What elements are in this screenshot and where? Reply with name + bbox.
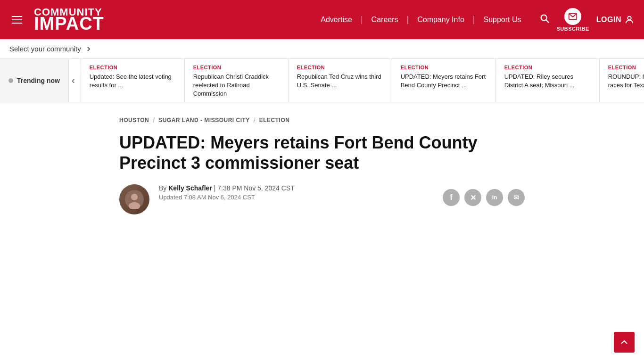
subscribe-icon [564,8,581,25]
trending-bar: Trending now ‹ ELECTION Updated: See the… [0,59,644,102]
login-button[interactable]: LOGIN [596,15,635,25]
author-name[interactable]: Kelly Schafler [168,184,212,192]
article-title: UPDATED: Meyers retains Fort Bend County… [119,132,496,173]
nav-support-us[interactable]: Support Us [475,16,529,24]
subscribe-button[interactable]: SUBSCRIBE [557,8,589,32]
trending-item[interactable]: ELECTION Republican Ted Cruz wins third … [289,59,392,102]
svg-point-5 [131,194,138,200]
trending-headline: Republican Ted Cruz wins third U.S. Sena… [297,73,383,90]
social-share-icons: f ✕ in ✉ [443,184,525,206]
breadcrumb-election: ELECTION [259,117,290,123]
hamburger-menu-button[interactable] [9,14,25,26]
nav-company-info[interactable]: Company Info [409,16,473,24]
trending-headline: ROUNDUP: Incumbents win in races for Tex… [608,73,644,90]
author-avatar [119,184,149,214]
email-icon: ✉ [513,194,519,201]
breadcrumb: HOUSTON / SUGAR LAND - MISSOURI CITY / E… [119,116,525,124]
breadcrumb-houston[interactable]: HOUSTON [119,117,149,123]
trending-tag: ELECTION [193,65,280,70]
svg-line-1 [546,20,549,23]
byline-prefix: By [159,184,166,192]
breadcrumb-sep-2: / [254,116,256,124]
trending-item[interactable]: ELECTION Republican Christi Craddick ree… [185,59,289,102]
trending-item[interactable]: ELECTION Updated: See the latest voting … [81,59,185,102]
trending-tag: ELECTION [297,65,383,70]
logo-impact-text: IMPACT [34,15,104,33]
byline: By Kelly Schafler | 7:38 PM Nov 5, 2024 … [159,184,433,192]
trending-tag: ELECTION [401,65,487,70]
trending-dot [8,78,13,83]
main-content: HOUSTON / SUGAR LAND - MISSOURI CITY / E… [110,102,534,247]
chevron-right-icon [85,45,92,53]
updated-timestamp: Updated 7:08 AM Nov 6, 2024 CST [159,194,433,201]
trending-items-list: ELECTION Updated: See the latest voting … [81,59,644,102]
trending-text: Trending now [17,77,60,84]
article-meta: By Kelly Schafler | 7:38 PM Nov 5, 2024 … [119,184,525,214]
facebook-share-button[interactable]: f [443,189,460,206]
breadcrumb-sugar-land[interactable]: SUGAR LAND - MISSOURI CITY [158,117,250,123]
login-label: LOGIN [596,16,621,24]
svg-point-3 [627,16,631,19]
trending-headline: Updated: See the latest voting results f… [90,73,176,90]
community-bar: Select your community [0,39,644,59]
select-community-label: Select your community [9,45,81,53]
trending-tag: ELECTION [504,65,591,70]
main-nav: Advertise | Careers | Company Info | Sup… [312,15,529,25]
trending-item[interactable]: ELECTION ROUNDUP: Incumbents win in race… [600,59,644,102]
linkedin-share-button[interactable]: in [486,189,503,206]
trending-item[interactable]: ELECTION UPDATED: Meyers retains Fort Be… [392,59,496,102]
select-community[interactable]: Select your community [9,45,92,53]
trending-tag: ELECTION [90,65,176,70]
twitter-share-button[interactable]: ✕ [464,189,481,206]
meta-text: By Kelly Schafler | 7:38 PM Nov 5, 2024 … [159,184,433,201]
trending-item[interactable]: ELECTION UPDATED: Riley secures District… [496,59,600,102]
facebook-icon: f [450,193,452,202]
linkedin-icon: in [492,194,497,201]
breadcrumb-sep-1: / [153,116,155,124]
trending-items-wrapper: ‹ ELECTION Updated: See the latest votin… [66,59,644,102]
publish-timestamp: 7:38 PM Nov 5, 2024 CST [217,184,294,192]
trending-headline: Republican Christi Craddick reelected to… [193,73,280,99]
nav-advertise[interactable]: Advertise [312,16,361,24]
nav-careers[interactable]: Careers [363,16,407,24]
trending-label: Trending now [0,59,69,102]
logo[interactable]: COMMUNITY IMPACT [34,7,104,33]
twitter-icon: ✕ [470,193,476,202]
trending-tag: ELECTION [608,65,644,70]
subscribe-label: SUBSCRIBE [557,26,589,32]
scroll-to-top-button[interactable] [614,332,635,353]
search-button[interactable] [539,13,550,26]
header: COMMUNITY IMPACT Advertise | Careers | C… [0,0,644,39]
header-right-actions: SUBSCRIBE LOGIN [539,8,635,32]
svg-point-0 [541,15,546,20]
email-share-button[interactable]: ✉ [508,189,525,206]
trending-headline: UPDATED: Riley secures District A seat; … [504,73,591,90]
trending-headline: UPDATED: Meyers retains Fort Bend County… [401,73,487,90]
